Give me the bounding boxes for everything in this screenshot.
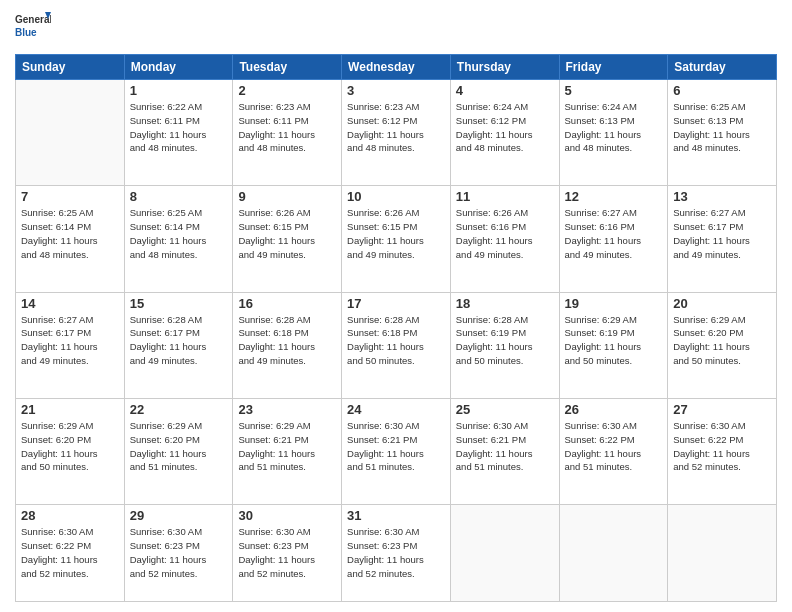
day-info: Sunrise: 6:30 AMSunset: 6:23 PMDaylight:… bbox=[238, 525, 336, 580]
logo-svg: General Blue bbox=[15, 10, 51, 46]
day-cell: 9Sunrise: 6:26 AMSunset: 6:15 PMDaylight… bbox=[233, 186, 342, 292]
col-header-wednesday: Wednesday bbox=[342, 55, 451, 80]
day-info: Sunrise: 6:25 AMSunset: 6:14 PMDaylight:… bbox=[21, 206, 119, 261]
day-number: 22 bbox=[130, 402, 228, 417]
day-info: Sunrise: 6:29 AMSunset: 6:20 PMDaylight:… bbox=[673, 313, 771, 368]
logo: General Blue bbox=[15, 10, 51, 46]
day-cell: 26Sunrise: 6:30 AMSunset: 6:22 PMDayligh… bbox=[559, 398, 668, 504]
day-number: 14 bbox=[21, 296, 119, 311]
day-number: 1 bbox=[130, 83, 228, 98]
day-info: Sunrise: 6:30 AMSunset: 6:21 PMDaylight:… bbox=[456, 419, 554, 474]
day-number: 25 bbox=[456, 402, 554, 417]
day-info: Sunrise: 6:23 AMSunset: 6:12 PMDaylight:… bbox=[347, 100, 445, 155]
day-info: Sunrise: 6:23 AMSunset: 6:11 PMDaylight:… bbox=[238, 100, 336, 155]
week-row-0: 1Sunrise: 6:22 AMSunset: 6:11 PMDaylight… bbox=[16, 80, 777, 186]
day-info: Sunrise: 6:29 AMSunset: 6:20 PMDaylight:… bbox=[130, 419, 228, 474]
col-header-friday: Friday bbox=[559, 55, 668, 80]
day-cell bbox=[16, 80, 125, 186]
week-row-1: 7Sunrise: 6:25 AMSunset: 6:14 PMDaylight… bbox=[16, 186, 777, 292]
day-info: Sunrise: 6:30 AMSunset: 6:22 PMDaylight:… bbox=[565, 419, 663, 474]
day-number: 30 bbox=[238, 508, 336, 523]
col-header-sunday: Sunday bbox=[16, 55, 125, 80]
calendar-body: 1Sunrise: 6:22 AMSunset: 6:11 PMDaylight… bbox=[16, 80, 777, 602]
day-number: 2 bbox=[238, 83, 336, 98]
day-info: Sunrise: 6:30 AMSunset: 6:22 PMDaylight:… bbox=[21, 525, 119, 580]
day-cell: 30Sunrise: 6:30 AMSunset: 6:23 PMDayligh… bbox=[233, 505, 342, 602]
day-info: Sunrise: 6:28 AMSunset: 6:19 PMDaylight:… bbox=[456, 313, 554, 368]
day-cell: 3Sunrise: 6:23 AMSunset: 6:12 PMDaylight… bbox=[342, 80, 451, 186]
day-info: Sunrise: 6:25 AMSunset: 6:14 PMDaylight:… bbox=[130, 206, 228, 261]
day-number: 31 bbox=[347, 508, 445, 523]
day-info: Sunrise: 6:30 AMSunset: 6:23 PMDaylight:… bbox=[130, 525, 228, 580]
day-info: Sunrise: 6:27 AMSunset: 6:16 PMDaylight:… bbox=[565, 206, 663, 261]
day-cell: 7Sunrise: 6:25 AMSunset: 6:14 PMDaylight… bbox=[16, 186, 125, 292]
day-cell: 2Sunrise: 6:23 AMSunset: 6:11 PMDaylight… bbox=[233, 80, 342, 186]
day-cell: 21Sunrise: 6:29 AMSunset: 6:20 PMDayligh… bbox=[16, 398, 125, 504]
day-number: 9 bbox=[238, 189, 336, 204]
day-cell: 5Sunrise: 6:24 AMSunset: 6:13 PMDaylight… bbox=[559, 80, 668, 186]
day-number: 6 bbox=[673, 83, 771, 98]
day-info: Sunrise: 6:28 AMSunset: 6:17 PMDaylight:… bbox=[130, 313, 228, 368]
day-cell: 11Sunrise: 6:26 AMSunset: 6:16 PMDayligh… bbox=[450, 186, 559, 292]
day-info: Sunrise: 6:24 AMSunset: 6:12 PMDaylight:… bbox=[456, 100, 554, 155]
svg-text:Blue: Blue bbox=[15, 27, 37, 38]
day-cell: 28Sunrise: 6:30 AMSunset: 6:22 PMDayligh… bbox=[16, 505, 125, 602]
day-number: 27 bbox=[673, 402, 771, 417]
day-number: 18 bbox=[456, 296, 554, 311]
day-cell: 1Sunrise: 6:22 AMSunset: 6:11 PMDaylight… bbox=[124, 80, 233, 186]
col-header-saturday: Saturday bbox=[668, 55, 777, 80]
day-cell: 20Sunrise: 6:29 AMSunset: 6:20 PMDayligh… bbox=[668, 292, 777, 398]
day-info: Sunrise: 6:25 AMSunset: 6:13 PMDaylight:… bbox=[673, 100, 771, 155]
calendar-header-row: SundayMondayTuesdayWednesdayThursdayFrid… bbox=[16, 55, 777, 80]
svg-text:General: General bbox=[15, 14, 51, 25]
day-cell: 15Sunrise: 6:28 AMSunset: 6:17 PMDayligh… bbox=[124, 292, 233, 398]
day-number: 12 bbox=[565, 189, 663, 204]
day-number: 20 bbox=[673, 296, 771, 311]
day-number: 16 bbox=[238, 296, 336, 311]
day-info: Sunrise: 6:28 AMSunset: 6:18 PMDaylight:… bbox=[238, 313, 336, 368]
day-info: Sunrise: 6:29 AMSunset: 6:20 PMDaylight:… bbox=[21, 419, 119, 474]
day-number: 24 bbox=[347, 402, 445, 417]
day-cell: 14Sunrise: 6:27 AMSunset: 6:17 PMDayligh… bbox=[16, 292, 125, 398]
day-number: 28 bbox=[21, 508, 119, 523]
day-cell: 31Sunrise: 6:30 AMSunset: 6:23 PMDayligh… bbox=[342, 505, 451, 602]
day-number: 5 bbox=[565, 83, 663, 98]
day-number: 17 bbox=[347, 296, 445, 311]
day-info: Sunrise: 6:26 AMSunset: 6:16 PMDaylight:… bbox=[456, 206, 554, 261]
day-cell: 17Sunrise: 6:28 AMSunset: 6:18 PMDayligh… bbox=[342, 292, 451, 398]
day-number: 3 bbox=[347, 83, 445, 98]
day-number: 19 bbox=[565, 296, 663, 311]
week-row-2: 14Sunrise: 6:27 AMSunset: 6:17 PMDayligh… bbox=[16, 292, 777, 398]
day-cell: 25Sunrise: 6:30 AMSunset: 6:21 PMDayligh… bbox=[450, 398, 559, 504]
day-cell: 23Sunrise: 6:29 AMSunset: 6:21 PMDayligh… bbox=[233, 398, 342, 504]
day-info: Sunrise: 6:27 AMSunset: 6:17 PMDaylight:… bbox=[21, 313, 119, 368]
col-header-tuesday: Tuesday bbox=[233, 55, 342, 80]
day-cell: 22Sunrise: 6:29 AMSunset: 6:20 PMDayligh… bbox=[124, 398, 233, 504]
day-info: Sunrise: 6:22 AMSunset: 6:11 PMDaylight:… bbox=[130, 100, 228, 155]
week-row-3: 21Sunrise: 6:29 AMSunset: 6:20 PMDayligh… bbox=[16, 398, 777, 504]
day-info: Sunrise: 6:26 AMSunset: 6:15 PMDaylight:… bbox=[347, 206, 445, 261]
day-cell: 13Sunrise: 6:27 AMSunset: 6:17 PMDayligh… bbox=[668, 186, 777, 292]
day-number: 29 bbox=[130, 508, 228, 523]
day-number: 10 bbox=[347, 189, 445, 204]
col-header-thursday: Thursday bbox=[450, 55, 559, 80]
day-cell: 8Sunrise: 6:25 AMSunset: 6:14 PMDaylight… bbox=[124, 186, 233, 292]
header: General Blue bbox=[15, 10, 777, 46]
day-cell: 24Sunrise: 6:30 AMSunset: 6:21 PMDayligh… bbox=[342, 398, 451, 504]
day-info: Sunrise: 6:30 AMSunset: 6:22 PMDaylight:… bbox=[673, 419, 771, 474]
day-cell: 10Sunrise: 6:26 AMSunset: 6:15 PMDayligh… bbox=[342, 186, 451, 292]
day-cell: 12Sunrise: 6:27 AMSunset: 6:16 PMDayligh… bbox=[559, 186, 668, 292]
day-number: 13 bbox=[673, 189, 771, 204]
day-number: 8 bbox=[130, 189, 228, 204]
day-cell bbox=[668, 505, 777, 602]
day-cell: 27Sunrise: 6:30 AMSunset: 6:22 PMDayligh… bbox=[668, 398, 777, 504]
day-cell: 19Sunrise: 6:29 AMSunset: 6:19 PMDayligh… bbox=[559, 292, 668, 398]
day-info: Sunrise: 6:27 AMSunset: 6:17 PMDaylight:… bbox=[673, 206, 771, 261]
day-cell: 29Sunrise: 6:30 AMSunset: 6:23 PMDayligh… bbox=[124, 505, 233, 602]
day-number: 21 bbox=[21, 402, 119, 417]
day-cell: 16Sunrise: 6:28 AMSunset: 6:18 PMDayligh… bbox=[233, 292, 342, 398]
day-info: Sunrise: 6:29 AMSunset: 6:21 PMDaylight:… bbox=[238, 419, 336, 474]
day-number: 15 bbox=[130, 296, 228, 311]
day-cell bbox=[450, 505, 559, 602]
day-info: Sunrise: 6:24 AMSunset: 6:13 PMDaylight:… bbox=[565, 100, 663, 155]
